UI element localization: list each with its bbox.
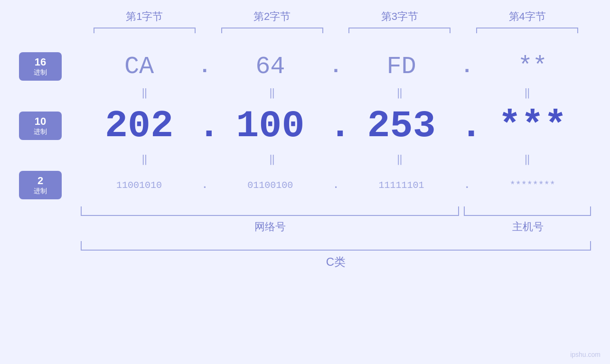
byte1-header: 第1字节 bbox=[81, 9, 208, 24]
hex-label-sub: 进制 bbox=[34, 68, 47, 77]
dec-b3: 253 bbox=[343, 104, 460, 148]
network-label: 网络号 bbox=[81, 220, 460, 234]
bracket-cell-3 bbox=[336, 28, 464, 33]
hex-b2: 64 bbox=[212, 53, 328, 81]
host-bracket bbox=[464, 206, 591, 216]
dec-dot-1: . bbox=[197, 104, 212, 148]
watermark: ipshu.com bbox=[570, 351, 601, 358]
eq1-b4: ‖ bbox=[463, 86, 591, 99]
hex-b3: FD bbox=[343, 53, 460, 81]
hex-cells: CA . 64 . FD . ** bbox=[81, 53, 591, 81]
hex-dot-1: . bbox=[197, 55, 212, 78]
byte3-header: 第3字节 bbox=[336, 9, 464, 24]
bracket-cell-1 bbox=[81, 28, 208, 33]
bin-label: 2 进制 bbox=[19, 171, 62, 199]
bin-dot-1: . bbox=[197, 179, 212, 191]
network-host-labels: 网络号 主机号 bbox=[81, 220, 591, 234]
eq2-b4: ‖ bbox=[463, 153, 591, 166]
hex-dot-3: . bbox=[460, 55, 474, 78]
eq1-b3: ‖ bbox=[336, 86, 464, 99]
dec-row: 10 进制 202 . 100 . 253 . *** bbox=[19, 100, 591, 152]
eq2-b3: ‖ bbox=[336, 153, 464, 166]
dec-b1: 202 bbox=[81, 104, 197, 148]
bin-dot-3: . bbox=[460, 179, 474, 191]
dec-b4: *** bbox=[474, 104, 591, 148]
dec-dot-3: . bbox=[460, 104, 474, 148]
byte2-header: 第2字节 bbox=[208, 9, 336, 24]
bracket-top-1 bbox=[94, 28, 196, 33]
eq2-b1: ‖ bbox=[81, 153, 208, 166]
overall-bracket bbox=[81, 241, 591, 251]
bin-b3: 11111101 bbox=[343, 180, 460, 191]
bin-label-num: 2 bbox=[38, 175, 43, 187]
hex-b4: ** bbox=[474, 53, 591, 81]
class-label: C类 bbox=[81, 254, 591, 270]
dec-dot-2: . bbox=[329, 104, 343, 148]
hex-dot-2: . bbox=[329, 55, 343, 78]
dec-label-sub: 进制 bbox=[34, 128, 47, 136]
eq1-b2: ‖ bbox=[208, 86, 336, 99]
bin-b2: 01100100 bbox=[212, 180, 328, 191]
bin-label-sub: 进制 bbox=[34, 187, 47, 196]
network-host-brackets bbox=[81, 206, 591, 216]
hex-row: 16 进制 CA . 64 . FD . ** bbox=[19, 47, 591, 85]
main-container: 第1字节 第2字节 第3字节 第4字节 16 进制 CA . 64 . FD bbox=[0, 0, 610, 364]
bracket-top-4 bbox=[476, 28, 578, 33]
bin-dot-2: . bbox=[329, 179, 343, 191]
overall-bracket-row bbox=[81, 241, 591, 251]
hex-b1: CA bbox=[81, 53, 197, 81]
bin-row: 2 进制 11001010 . 01100100 . 11111101 . **… bbox=[19, 166, 591, 204]
bracket-top-2 bbox=[221, 28, 323, 33]
overall-label-row: C类 bbox=[81, 254, 591, 270]
network-bracket bbox=[81, 206, 459, 216]
eq2-b2: ‖ bbox=[208, 153, 336, 166]
dec-cells: 202 . 100 . 253 . *** bbox=[81, 104, 591, 148]
byte-headers: 第1字节 第2字节 第3字节 第4字节 bbox=[81, 9, 591, 24]
bottom-area: 网络号 主机号 C类 bbox=[81, 206, 591, 270]
byte4-header: 第4字节 bbox=[463, 9, 591, 24]
bin-b4: ******** bbox=[474, 180, 591, 191]
equals-row-2: ‖ ‖ ‖ ‖ bbox=[81, 152, 591, 166]
bin-b1: 11001010 bbox=[81, 180, 197, 191]
hex-label: 16 进制 bbox=[19, 52, 62, 81]
bracket-cell-4 bbox=[463, 28, 591, 33]
host-label: 主机号 bbox=[465, 220, 591, 234]
eq1-b1: ‖ bbox=[81, 86, 208, 99]
hex-label-num: 16 bbox=[35, 56, 46, 68]
bin-cells: 11001010 . 01100100 . 11111101 . *******… bbox=[81, 179, 591, 191]
bracket-cell-2 bbox=[208, 28, 336, 33]
dec-label-num: 10 bbox=[35, 115, 46, 128]
bracket-top-3 bbox=[348, 28, 450, 33]
dec-label: 10 进制 bbox=[19, 112, 62, 140]
equals-row-1: ‖ ‖ ‖ ‖ bbox=[81, 85, 591, 100]
dec-b2: 100 bbox=[212, 104, 328, 148]
top-brackets bbox=[81, 28, 591, 33]
